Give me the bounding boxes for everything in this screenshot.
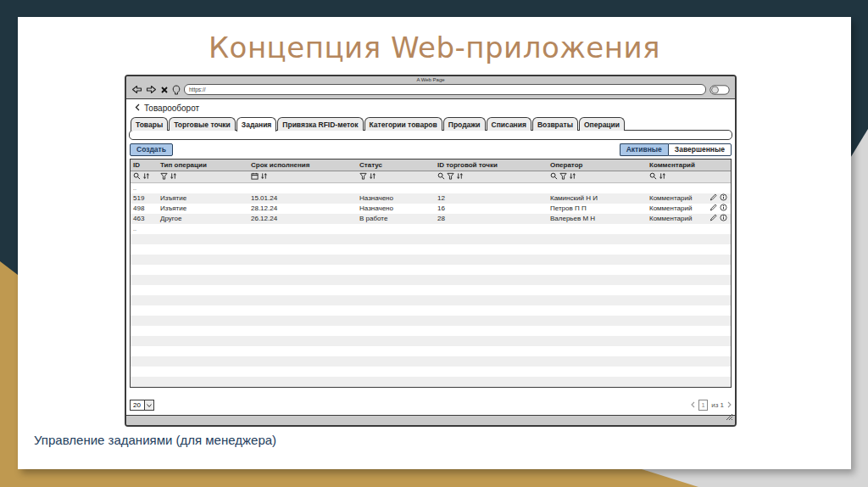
table-empty-row [131, 305, 731, 316]
completed-filter-button[interactable]: Завершенные [668, 143, 732, 156]
table-empty-row [131, 244, 731, 255]
cell-operation-type: Другое [158, 215, 248, 222]
search-icon[interactable] [550, 172, 558, 182]
tab-rfid-binding[interactable]: Привязка RFID-меток [277, 117, 363, 131]
url-input[interactable]: https:// [184, 84, 706, 95]
cell-id: 498 [131, 204, 158, 212]
table-empty-row [131, 377, 731, 387]
table-empty-row [131, 346, 731, 356]
filter-icon[interactable] [359, 172, 367, 182]
cell-operation-type: Изъятие [158, 194, 248, 202]
tab-tasks[interactable]: Задания [236, 117, 277, 132]
table-ellipsis-row: .. [131, 183, 731, 193]
cell-due-date: 15.01.24 [248, 194, 357, 202]
table-row[interactable]: 519 Изъятие 15.01.24 Назначено 12 Каминс… [131, 193, 731, 204]
page-of-label: из 1 [711, 401, 724, 409]
table-row[interactable]: 463 Другое 26.12.24 В работе 28 Валерьев… [131, 214, 731, 224]
breadcrumb-back-link[interactable]: Товарооборот [135, 104, 732, 113]
forward-arrow-icon[interactable] [146, 85, 157, 94]
info-icon[interactable] [720, 193, 727, 203]
sort-icon[interactable] [456, 172, 464, 182]
browser-capsule-icon [709, 85, 730, 95]
tab-goods[interactable]: Товары [131, 117, 168, 131]
cell-status: Назначено [357, 204, 435, 212]
stop-x-icon[interactable] [160, 86, 169, 94]
toolbar: Создать Активные Завершенные [130, 143, 732, 156]
calendar-icon[interactable] [251, 172, 259, 182]
tab-bar: Товары Торговые точки Задания Привязка R… [131, 117, 732, 131]
filter-icon[interactable] [559, 172, 567, 182]
column-header-status[interactable]: Статус [357, 161, 435, 169]
status-bar [126, 415, 735, 425]
cell-comment: Комментарий [647, 204, 700, 212]
back-arrow-icon[interactable] [131, 85, 142, 94]
table-empty-row [131, 275, 731, 285]
tab-operations[interactable]: Операции [579, 117, 625, 131]
column-header-id[interactable]: ID [131, 161, 158, 169]
column-header-due-date[interactable]: Срок исполнения [248, 161, 357, 169]
column-header-comment[interactable]: Комментарий [647, 161, 700, 169]
filter-icon[interactable] [160, 172, 168, 182]
column-header-outlet-id[interactable]: ID торговой точки [435, 161, 548, 169]
cell-id: 463 [131, 215, 158, 222]
sort-icon[interactable] [260, 172, 268, 182]
resize-grip-icon[interactable] [725, 409, 733, 424]
url-text: https:// [189, 87, 206, 92]
cell-operator: Каминский Н И [548, 194, 647, 202]
sort-icon[interactable] [170, 172, 177, 182]
edit-pencil-icon[interactable] [709, 214, 717, 223]
cell-operator: Валерьев М Н [548, 215, 647, 222]
table-empty-row [131, 367, 731, 377]
edit-pencil-icon[interactable] [709, 204, 717, 213]
search-icon[interactable] [437, 172, 445, 182]
pagination-bar: 20 1 из 1 [130, 400, 732, 411]
search-icon[interactable] [133, 172, 141, 182]
cell-outlet-id: 12 [435, 194, 548, 202]
table-empty-row [131, 336, 731, 346]
table-empty-row [131, 326, 731, 336]
browser-chrome: A Web Page https:// [126, 76, 735, 99]
filter-icon[interactable] [447, 172, 454, 182]
column-header-operator[interactable]: Оператор [548, 161, 647, 169]
cell-id: 519 [131, 194, 158, 202]
table-row[interactable]: 498 Изъятие 28.12.24 Назначено 16 Петров… [131, 204, 731, 214]
tab-outlets[interactable]: Торговые точки [169, 117, 236, 131]
table-ellipsis-row: .. [131, 224, 731, 234]
page-size-select[interactable]: 20 [130, 400, 154, 411]
search-icon[interactable] [649, 172, 657, 182]
tab-returns[interactable]: Возвраты [532, 117, 578, 131]
info-icon[interactable] [720, 214, 727, 223]
sort-icon[interactable] [369, 172, 376, 182]
table-filter-row [131, 171, 731, 183]
next-page-icon[interactable] [727, 401, 732, 410]
tab-sales[interactable]: Продажи [443, 117, 486, 131]
create-button[interactable]: Создать [130, 143, 173, 156]
table-empty-row [131, 285, 731, 295]
page-size-value: 20 [130, 400, 145, 411]
cell-operation-type: Изъятие [158, 204, 248, 212]
slide-caption: Управление заданиями (для менеджера) [34, 433, 276, 447]
active-filter-button[interactable]: Активные [620, 143, 668, 156]
chevron-left-icon [135, 104, 140, 113]
sort-icon[interactable] [142, 172, 150, 182]
chevron-down-icon[interactable] [145, 400, 154, 411]
column-header-operation-type[interactable]: Тип операции [158, 161, 248, 169]
status-filter-group: Активные Завершенные [620, 143, 732, 156]
table-empty-row [131, 316, 731, 326]
breadcrumb-label: Товарооборот [144, 104, 199, 113]
table-empty-row [131, 255, 731, 265]
table-empty-row [131, 234, 731, 244]
tab-categories[interactable]: Категории товаров [364, 117, 442, 131]
home-balloon-icon[interactable] [172, 85, 181, 95]
table-empty-row [131, 295, 731, 305]
sort-icon[interactable] [569, 172, 576, 182]
edit-pencil-icon[interactable] [709, 193, 717, 203]
slide-title: Концепция Web-приложения [18, 31, 851, 64]
current-page-input[interactable]: 1 [698, 400, 708, 411]
cell-due-date: 26.12.24 [248, 215, 357, 222]
prev-page-icon[interactable] [691, 401, 695, 410]
page-content: Товарооборот Товары Торговые точки Задан… [126, 99, 735, 415]
tab-writeoffs[interactable]: Списания [487, 117, 531, 131]
info-icon[interactable] [720, 204, 727, 213]
sort-icon[interactable] [659, 172, 666, 182]
